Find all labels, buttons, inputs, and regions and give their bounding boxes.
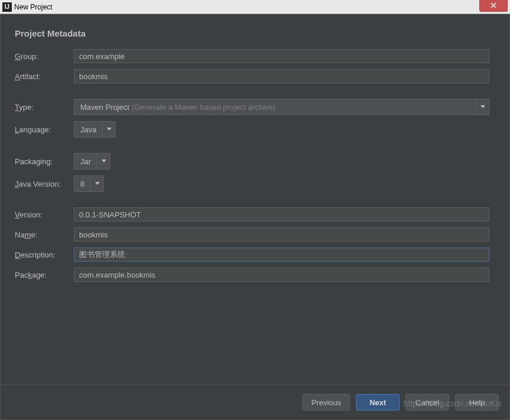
- artifact-input[interactable]: [74, 69, 489, 83]
- packaging-combo[interactable]: Jar: [74, 153, 110, 170]
- close-button[interactable]: [479, 0, 508, 12]
- description-input[interactable]: [74, 248, 489, 262]
- java-version-label: Java Version:: [15, 180, 74, 188]
- chevron-down-icon: [102, 159, 106, 163]
- name-label: Name:: [15, 230, 74, 239]
- artifact-label: Artifact:: [15, 72, 74, 81]
- type-combo[interactable]: Maven Project (Generate a Maven based pr…: [74, 99, 489, 115]
- packaging-dropdown-arrow[interactable]: [97, 153, 110, 170]
- window-title: New Project: [14, 3, 53, 11]
- next-button[interactable]: Next: [356, 394, 400, 411]
- app-icon: IJ: [2, 2, 12, 12]
- group-label: Group:: [15, 52, 74, 61]
- package-input[interactable]: [74, 268, 489, 282]
- java-version-value: 8: [80, 180, 84, 188]
- type-hint: (Generate a Maven based project archive): [132, 103, 276, 112]
- language-dropdown-arrow[interactable]: [103, 121, 116, 138]
- type-label: Type:: [15, 103, 74, 112]
- chevron-down-icon: [480, 105, 485, 109]
- packaging-label: Packaging:: [15, 157, 74, 166]
- section-title: Project Metadata: [15, 28, 489, 38]
- titlebar: IJ New Project: [0, 0, 510, 14]
- group-input[interactable]: [74, 49, 489, 63]
- type-value: Maven Project: [80, 103, 129, 112]
- close-icon: [491, 2, 496, 8]
- language-value: Java: [80, 125, 96, 134]
- description-label: Description:: [15, 250, 74, 259]
- chevron-down-icon: [107, 128, 112, 131]
- dialog-body: Project Metadata Group: Artifact: Type: …: [0, 14, 510, 385]
- version-label: Version:: [15, 210, 74, 219]
- name-input[interactable]: [74, 227, 489, 242]
- package-label: Package:: [15, 271, 74, 279]
- cancel-button[interactable]: Cancel: [406, 394, 449, 411]
- language-combo[interactable]: Java: [74, 121, 116, 138]
- java-version-combo[interactable]: 8: [74, 175, 104, 192]
- previous-button[interactable]: Previous: [302, 394, 350, 411]
- type-dropdown-arrow[interactable]: [476, 99, 489, 115]
- packaging-value: Jar: [80, 157, 91, 166]
- version-input[interactable]: [74, 207, 489, 222]
- java-version-dropdown-arrow[interactable]: [91, 175, 104, 192]
- dialog-footer: Previous Next Cancel Help: [0, 385, 510, 420]
- chevron-down-icon: [95, 182, 100, 185]
- language-label: Language:: [15, 125, 74, 134]
- help-button[interactable]: Help: [455, 394, 499, 411]
